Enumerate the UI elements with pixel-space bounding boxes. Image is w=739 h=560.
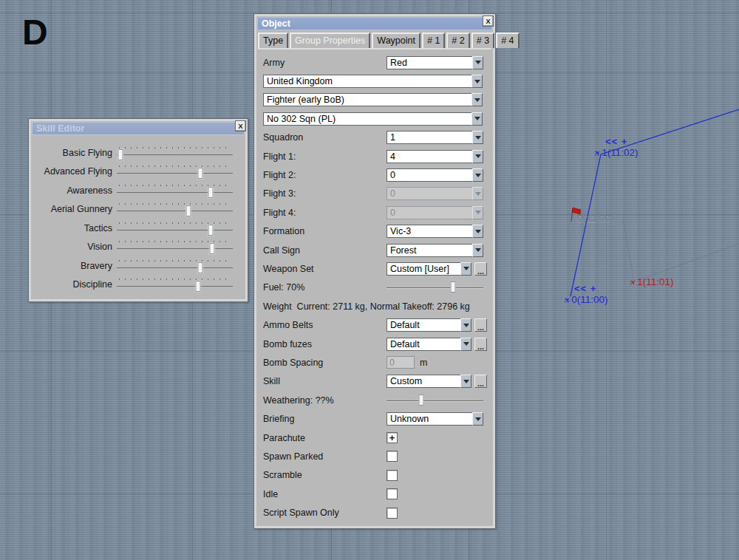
flight1-combo[interactable]: 4 <box>386 150 483 163</box>
bravery-slider[interactable] <box>117 257 233 275</box>
army-combo[interactable]: Red <box>386 56 483 69</box>
tactics-slider[interactable] <box>117 219 233 237</box>
red-flight-path <box>623 219 739 281</box>
skill-value[interactable]: Custom <box>386 375 460 388</box>
waypoint-marker[interactable]: ✈1(11:01) <box>630 276 674 287</box>
fuel-slider[interactable] <box>386 281 483 294</box>
ammo-belts-combo[interactable]: Default <box>386 318 471 332</box>
chevron-down-icon[interactable] <box>460 375 471 388</box>
idle-checkbox[interactable] <box>386 488 398 499</box>
slider-thumb[interactable] <box>451 281 456 293</box>
flight2-combo[interactable]: 0 <box>386 168 483 182</box>
tab-4[interactable]: # 4 <box>496 33 519 48</box>
vision-slider[interactable] <box>117 238 233 256</box>
chevron-down-icon <box>472 187 483 200</box>
waypoint-marker[interactable]: ✈0(11:00) <box>564 294 608 305</box>
chevron-down-icon[interactable] <box>472 168 483 182</box>
slider-thumb[interactable] <box>419 395 424 406</box>
slider-thumb[interactable] <box>198 168 203 179</box>
formation-combo[interactable]: Vic-3 <box>386 225 483 238</box>
callsign-value[interactable]: Forest <box>386 244 472 257</box>
chevron-down-icon[interactable] <box>471 112 483 126</box>
discipline-slider[interactable] <box>117 276 233 293</box>
spawn-parked-checkbox[interactable] <box>386 451 398 462</box>
tab-group-properties[interactable]: Group Properties <box>290 33 370 48</box>
skill-combo[interactable]: Custom <box>386 375 471 388</box>
parachute-checkbox[interactable]: + <box>386 432 398 443</box>
slider-thumb[interactable] <box>186 205 191 216</box>
slider-thumb[interactable] <box>118 149 123 160</box>
nation-combo[interactable]: United Kingdom <box>263 75 483 88</box>
close-icon[interactable]: X <box>483 16 494 27</box>
slider-thumb[interactable] <box>208 187 214 198</box>
basic-flying-slider[interactable] <box>117 144 233 162</box>
skill-more-button[interactable]: ... <box>474 375 487 388</box>
slider-ticks <box>119 203 231 205</box>
flight2-label: Flight 2: <box>263 170 386 180</box>
map-canvas[interactable]: D 0(11:00) << + ✈1(11:02) << + ✈0(11:00)… <box>0 0 739 560</box>
chevron-down-icon[interactable] <box>460 338 471 351</box>
nation-value[interactable]: United Kingdom <box>263 75 471 88</box>
chevron-down-icon[interactable] <box>472 244 483 257</box>
army-value[interactable]: Red <box>386 56 472 69</box>
flight2-value[interactable]: 0 <box>386 168 472 182</box>
chevron-down-icon[interactable] <box>472 131 483 144</box>
chevron-down-icon[interactable] <box>460 262 471 276</box>
squadron-name-combo[interactable]: No 302 Sqn (PL) <box>263 112 483 126</box>
ammo-belts-value[interactable]: Default <box>386 318 460 332</box>
callsign-combo[interactable]: Forest <box>386 244 483 257</box>
slider-thumb[interactable] <box>209 243 214 254</box>
chevron-down-icon[interactable] <box>472 225 483 238</box>
briefing-value[interactable]: Unknown <box>386 412 472 426</box>
ammo-belts-more-button[interactable]: ... <box>474 318 487 332</box>
chevron-down-icon[interactable] <box>472 412 483 426</box>
army-label: Army <box>263 58 386 68</box>
tab-type[interactable]: Type <box>258 33 288 48</box>
script-spawn-only-checkbox[interactable] <box>386 508 398 519</box>
weapon-set-value[interactable]: Custom [User] <box>386 262 460 276</box>
awareness-slider[interactable] <box>117 182 233 199</box>
squadron-combo[interactable]: 1 <box>386 131 483 144</box>
object-window: Object X Type Group Properties Waypoint … <box>253 13 496 529</box>
role-value[interactable]: Fighter (early BoB) <box>263 93 471 106</box>
waypoint-nav-arrows: << + <box>574 283 596 294</box>
chevron-down-icon[interactable] <box>472 150 483 163</box>
advanced-flying-slider[interactable] <box>117 163 233 180</box>
slider-thumb[interactable] <box>198 262 203 273</box>
tab-3[interactable]: # 3 <box>471 33 494 48</box>
map-sector-label: D <box>22 15 48 50</box>
weapon-set-combo[interactable]: Custom [User] <box>386 262 471 276</box>
skill-slider-label: Aerial Gunnery <box>30 204 112 214</box>
tab-waypoint[interactable]: Waypoint <box>372 33 420 48</box>
chevron-down-icon[interactable] <box>471 93 483 106</box>
flight1-value[interactable]: 4 <box>386 150 472 163</box>
bomb-spacing-label: Bomb Spacing <box>263 358 386 368</box>
bomb-fuzes-more-button[interactable]: ... <box>474 338 487 351</box>
spawn-parked-label: Spawn Parked <box>263 451 386 462</box>
squadron-name-value[interactable]: No 302 Sqn (PL) <box>263 112 471 126</box>
slider-thumb[interactable] <box>195 281 200 292</box>
flight4-label: Flight 4: <box>263 208 386 218</box>
weapon-set-more-button[interactable]: ... <box>474 262 487 276</box>
tab-2[interactable]: # 2 <box>446 33 469 48</box>
aerial-gunnery-slider[interactable] <box>117 200 233 218</box>
waypoint-nav-arrows: << + <box>605 136 627 147</box>
close-icon[interactable]: X <box>235 120 246 132</box>
role-combo[interactable]: Fighter (early BoB) <box>263 93 483 106</box>
bomb-fuzes-combo[interactable]: Default <box>386 338 471 351</box>
slider-thumb[interactable] <box>208 225 214 236</box>
slider-track <box>386 400 483 401</box>
formation-value[interactable]: Vic-3 <box>386 225 472 238</box>
chevron-down-icon[interactable] <box>460 318 471 332</box>
skill-editor-titlebar[interactable]: Skill Editor <box>32 122 245 135</box>
scramble-checkbox[interactable] <box>386 470 398 481</box>
squadron-value[interactable]: 1 <box>386 131 472 144</box>
tab-1[interactable]: # 1 <box>422 33 445 48</box>
weathering-slider[interactable] <box>386 394 483 407</box>
briefing-combo[interactable]: Unknown <box>386 412 483 426</box>
bomb-fuzes-value[interactable]: Default <box>386 338 460 351</box>
waypoint-marker[interactable]: ✈1(11:02) <box>594 147 638 158</box>
object-titlebar[interactable]: Object <box>257 17 492 30</box>
chevron-down-icon[interactable] <box>472 56 483 69</box>
chevron-down-icon[interactable] <box>471 75 483 88</box>
